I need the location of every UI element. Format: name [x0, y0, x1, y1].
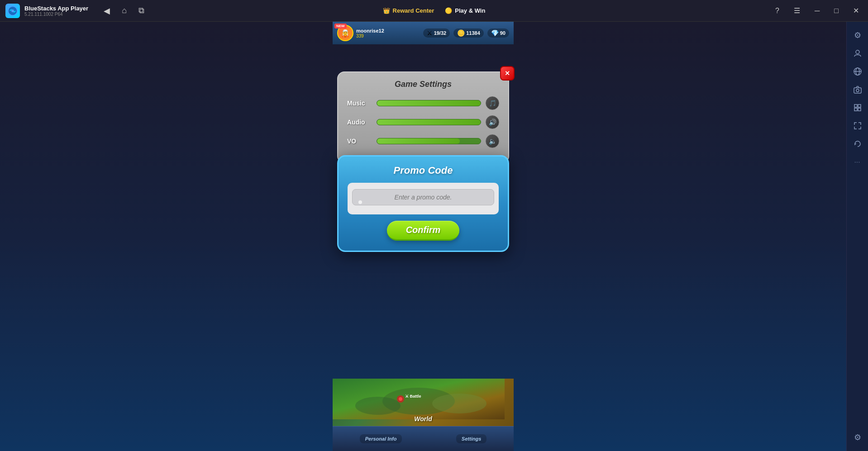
app-icon — [5, 4, 20, 18]
settings-close-button[interactable]: ✕ — [500, 66, 515, 81]
svg-point-1 — [11, 9, 14, 12]
bottom-tabs: Personal Info Settings — [333, 426, 514, 451]
sidebar-more-button[interactable]: ··· — [849, 154, 866, 170]
app-name-block: BlueStacks App Player 5.21.111.1002 P64 — [24, 5, 88, 17]
app-version: 5.21.111.1002 P64 — [24, 12, 88, 17]
audio-fill — [377, 119, 481, 125]
svg-rect-13 — [854, 88, 861, 93]
sidebar-globe-button[interactable] — [849, 63, 866, 80]
reward-center-button[interactable]: 👑 Reward Center — [383, 7, 434, 14]
game-settings-panel: ✕ Game Settings Music 🎵 Audio 🔊 VO — [337, 71, 509, 163]
currency-gems: 💎 90 — [487, 28, 509, 38]
reward-crown-icon: 👑 — [383, 7, 390, 14]
sidebar-user-button[interactable] — [849, 45, 866, 62]
personal-info-label: Personal Info — [365, 436, 397, 442]
sidebar-settings3-button[interactable]: ⚙ — [849, 429, 866, 446]
play-win-button[interactable]: 🟡 Play & Win — [445, 7, 485, 14]
new-badge: NEW — [334, 24, 347, 28]
gems-value: 90 — [500, 30, 506, 36]
svg-point-7 — [399, 397, 402, 401]
settings-tab[interactable]: Settings — [456, 434, 486, 443]
sidebar-camera-button[interactable] — [849, 81, 866, 98]
audio-label: Audio — [347, 119, 372, 126]
music-fill — [377, 100, 481, 106]
play-win-coin-icon: 🟡 — [445, 7, 452, 14]
titlebar-center: 👑 Reward Center 🟡 Play & Win — [383, 7, 486, 14]
svg-point-9 — [856, 50, 859, 54]
settings-title: Game Settings — [347, 80, 499, 89]
game-topbar: 🧝 moonrise12 339 NEW ⚔ 19/32 🪙 11384 💎 — [333, 22, 514, 44]
right-sidebar: ⚙ — [846, 22, 868, 451]
menu-button[interactable]: ☰ — [790, 5, 804, 17]
game-content: 🧝 moonrise12 339 NEW ⚔ 19/32 🪙 11384 💎 — [333, 22, 514, 451]
settings-tab-label: Settings — [462, 436, 481, 442]
world-strip: ⚔ Battle World — [333, 379, 514, 426]
music-row: Music 🎵 — [347, 96, 499, 110]
coins-value: 11384 — [466, 30, 480, 36]
currency-coins: 🪙 11384 — [453, 28, 484, 38]
music-toggle-button[interactable]: 🎵 — [486, 96, 499, 110]
confirm-button[interactable]: Confirm — [387, 221, 459, 241]
vo-fill — [377, 138, 460, 144]
swords-icon: ⚔ — [427, 29, 433, 37]
personal-info-tab[interactable]: Personal Info — [360, 434, 402, 443]
minimize-button[interactable]: ─ — [811, 5, 823, 17]
sidebar-scale-button[interactable] — [849, 118, 866, 134]
tabs-button[interactable]: ⧉ — [137, 4, 146, 17]
svg-point-5 — [432, 394, 486, 413]
world-label: World — [414, 415, 432, 423]
home-button[interactable]: ⌂ — [120, 4, 129, 17]
app-name: BlueStacks App Player — [24, 5, 88, 12]
svg-rect-16 — [858, 104, 861, 107]
titlebar: BlueStacks App Player 5.21.111.1002 P64 … — [0, 0, 868, 22]
vo-label: VO — [347, 138, 372, 145]
svg-text:⚔ Battle: ⚔ Battle — [405, 394, 421, 399]
svg-point-4 — [355, 397, 401, 415]
promo-input-area — [348, 183, 499, 214]
gem-icon: 💎 — [491, 29, 499, 37]
promo-code-modal: Promo Code Confirm — [337, 155, 509, 252]
world-map: ⚔ Battle World — [333, 379, 514, 426]
audio-toggle-button[interactable]: 🔊 — [486, 115, 499, 129]
reward-center-label: Reward Center — [393, 7, 434, 14]
sidebar-grid-button[interactable] — [849, 100, 866, 116]
promo-title: Promo Code — [348, 165, 499, 176]
vo-slider[interactable] — [377, 138, 481, 144]
audio-slider[interactable] — [377, 119, 481, 125]
promo-code-input[interactable] — [352, 189, 494, 205]
main-area: 🧝 moonrise12 339 NEW ⚔ 19/32 🪙 11384 💎 — [0, 22, 846, 451]
music-slider[interactable] — [377, 100, 481, 106]
vo-row: VO 🔈 — [347, 134, 499, 148]
svg-rect-15 — [854, 104, 857, 107]
music-label: Music — [347, 100, 372, 107]
sidebar-settings-button[interactable]: ⚙ — [849, 27, 866, 43]
swords-value: 19/32 — [434, 30, 447, 36]
map-svg: ⚔ Battle — [333, 379, 505, 419]
help-button[interactable]: ? — [772, 5, 783, 17]
titlebar-nav: ◀ ⌂ ⧉ — [102, 4, 146, 18]
player-info: moonrise12 339 — [356, 28, 384, 38]
player-name: moonrise12 — [356, 28, 384, 33]
titlebar-right: ? ☰ ─ □ ✕ — [772, 5, 863, 17]
svg-rect-17 — [854, 108, 857, 111]
currency-area: ⚔ 19/32 🪙 11384 💎 90 — [423, 28, 509, 38]
back-button[interactable]: ◀ — [102, 4, 112, 18]
svg-rect-18 — [858, 108, 861, 111]
sidebar-rotate-button[interactable] — [849, 136, 866, 152]
player-level: 339 — [356, 33, 384, 38]
currency-swords: ⚔ 19/32 — [423, 28, 450, 38]
coin-icon: 🪙 — [457, 29, 465, 37]
play-win-label: Play & Win — [455, 7, 485, 14]
svg-point-14 — [856, 89, 859, 92]
audio-row: Audio 🔊 — [347, 115, 499, 129]
maximize-button[interactable]: □ — [830, 5, 842, 17]
player-area: 🧝 moonrise12 339 NEW — [337, 25, 384, 41]
vo-toggle-button[interactable]: 🔈 — [486, 134, 499, 148]
close-button[interactable]: ✕ — [849, 5, 863, 17]
